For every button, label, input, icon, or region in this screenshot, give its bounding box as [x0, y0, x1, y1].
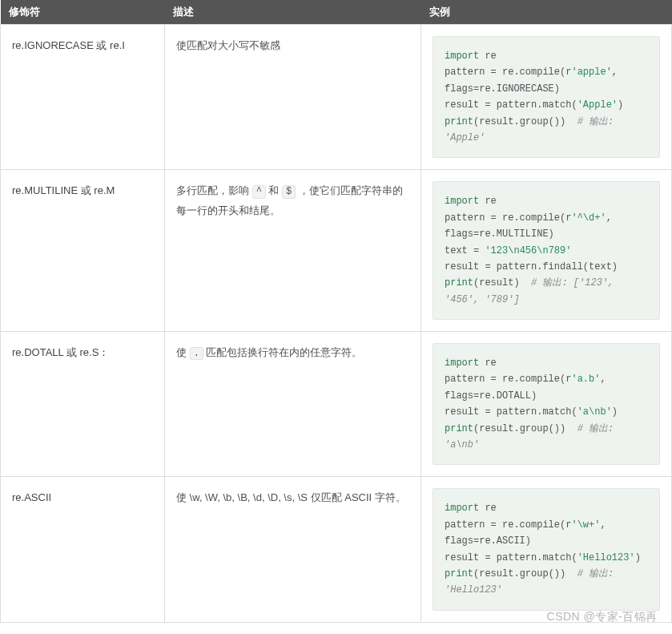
token-keyword: import	[445, 196, 479, 207]
header-example: 实例	[421, 0, 672, 25]
token-keyword: print	[445, 423, 473, 434]
cell-example: import re pattern = re.compile(r'\w+', f…	[421, 477, 672, 622]
table-body: re.IGNORECASE 或 re.I使匹配对大小写不敏感import re …	[1, 25, 672, 623]
description-text: 使匹配对大小写不敏感	[176, 39, 280, 51]
code-block: import re pattern = re.compile(r'^\d+', …	[433, 181, 660, 320]
cell-modifier: re.ASCII	[1, 477, 165, 622]
cell-description: 使 \w, \W, \b, \B, \d, \D, \s, \S 仅匹配 ASC…	[165, 477, 421, 622]
code-block: import re pattern = re.compile(r'apple',…	[433, 36, 660, 158]
cell-modifier: re.MULTILINE 或 re.M	[1, 170, 165, 332]
table-row: re.DOTALL 或 re.S：使 . 匹配包括换行符在内的任意字符。impo…	[1, 332, 672, 477]
cell-description: 使 . 匹配包括换行符在内的任意字符。	[165, 332, 421, 477]
cell-description: 使匹配对大小写不敏感	[165, 25, 421, 170]
token-string: 'Apple'	[577, 99, 618, 111]
code-block: import re pattern = re.compile(r'a.b', f…	[433, 343, 660, 465]
inline-code: $	[282, 185, 296, 198]
cell-modifier: re.DOTALL 或 re.S：	[1, 332, 165, 477]
table-header-row: 修饰符 描述 实例	[1, 0, 672, 25]
cell-modifier: re.IGNORECASE 或 re.I	[1, 25, 165, 170]
table-row: re.ASCII使 \w, \W, \b, \B, \d, \D, \s, \S…	[1, 477, 672, 622]
header-description: 描述	[165, 0, 421, 25]
token-string: '123\n456\n789'	[485, 245, 571, 256]
header-modifier: 修饰符	[1, 0, 165, 25]
table-row: re.IGNORECASE 或 re.I使匹配对大小写不敏感import re …	[1, 25, 672, 170]
token-keyword: print	[445, 277, 473, 289]
cell-example: import re pattern = re.compile(r'a.b', f…	[421, 332, 672, 477]
token-string: 'apple'	[571, 67, 611, 78]
code-block: import re pattern = re.compile(r'\w+', f…	[433, 488, 660, 610]
description-text: 使 . 匹配包括换行符在内的任意字符。	[176, 346, 362, 358]
table-row: re.MULTILINE 或 re.M多行匹配，影响 ^ 和 $ ，使它们匹配字…	[1, 170, 672, 332]
inline-code: ^	[252, 185, 266, 198]
cell-example: import re pattern = re.compile(r'apple',…	[421, 25, 672, 170]
token-string: '\w+'	[571, 519, 600, 531]
description-text: 使 \w, \W, \b, \B, \d, \D, \s, \S 仅匹配 ASC…	[176, 491, 406, 503]
token-string: 'a.b'	[571, 374, 600, 385]
token-keyword: print	[445, 116, 473, 127]
token-string: '^\d+'	[571, 212, 606, 224]
token-keyword: import	[445, 357, 479, 369]
cell-description: 多行匹配，影响 ^ 和 $ ，使它们匹配字符串的每一行的开头和结尾。	[165, 170, 421, 332]
token-keyword: print	[445, 568, 473, 579]
cell-example: import re pattern = re.compile(r'^\d+', …	[421, 170, 672, 332]
inline-code: .	[190, 347, 203, 360]
description-text: 多行匹配，影响 ^ 和 $ ，使它们匹配字符串的每一行的开头和结尾。	[176, 184, 403, 216]
modifiers-table: 修饰符 描述 实例 re.IGNORECASE 或 re.I使匹配对大小写不敏感…	[0, 0, 672, 623]
token-string: 'a\nb'	[577, 406, 612, 418]
token-string: 'Hello123'	[577, 552, 635, 563]
token-keyword: import	[445, 50, 479, 62]
token-keyword: import	[445, 503, 479, 514]
